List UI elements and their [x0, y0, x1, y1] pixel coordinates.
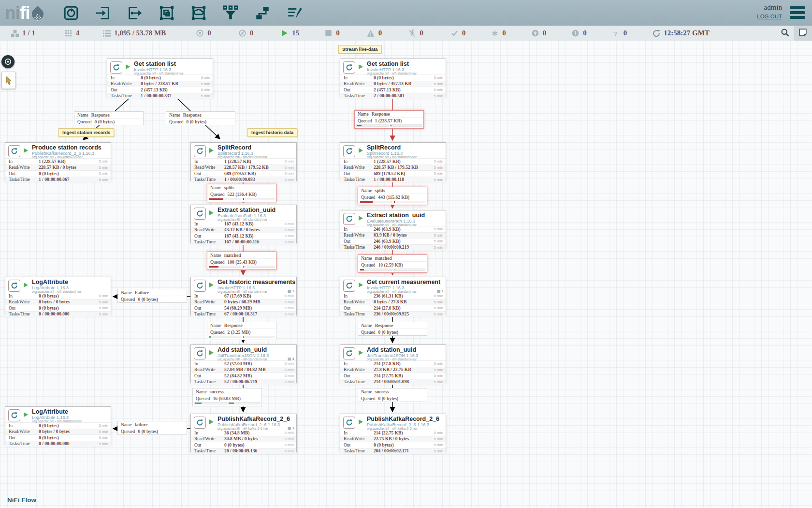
stat-label: Tasks/Time [191, 312, 224, 316]
stat-window: 5 min [92, 178, 111, 182]
stat-read-write: 228.57 KB / 179.52 KB [224, 165, 277, 170]
processor-extract-station-uuid-left[interactable]: Extract station_uuid EvaluateJsonPath 1.… [190, 205, 297, 243]
processor-get-current-measurement[interactable]: Get current measurement InvokeHTTP 1.16.… [340, 277, 446, 315]
stat-label: Tasks/Time [107, 93, 141, 98]
stat-label: Read/Write [340, 299, 374, 304]
processor-bundle: org.apache.nifi - nifi-standard-nar [32, 419, 82, 423]
connection-response-to-splitrecord-left[interactable]: NameResponse Queued0 (0 bytes) [166, 111, 235, 125]
processor-splitrecord-left[interactable]: SplitRecord SplitRecord 1.16.3 org.apach… [190, 142, 297, 181]
birdseye-toggle-button[interactable] [794, 26, 812, 41]
funnel-icon[interactable] [221, 4, 240, 22]
stale-icon [531, 29, 539, 37]
processor-type-icon [8, 280, 20, 292]
stat-label: Out [5, 171, 39, 176]
processor-add-station-uuid-right[interactable]: Add station_uuid JoltTransformJSON 1.16.… [340, 344, 446, 383]
connection-matched-right[interactable]: Namematched Queued10 (2.59 KB) [358, 254, 427, 273]
processor-get-station-list-left[interactable]: Get station list InvokeHTTP 1.16.3 org.a… [107, 59, 213, 97]
remote-process-group-icon[interactable] [189, 4, 208, 22]
processor-title: Extract station_uuid [218, 207, 276, 213]
search-button[interactable] [776, 26, 794, 41]
processor-logattribute-top[interactable]: LogAttribute LogAttribute 1.16.3 org.apa… [5, 277, 111, 315]
running-icon [280, 29, 289, 37]
stat-tasks-time: 0 / 00:00:00.000 [39, 441, 92, 446]
processor-title: Add station_uuid [218, 346, 267, 353]
connection-matched-left[interactable]: Namematched Queued100 (25.43 KB) [207, 252, 276, 270]
process-group-icon[interactable] [158, 4, 176, 22]
nifi-logo: nifi [5, 3, 44, 23]
processor-type-icon [343, 280, 355, 292]
status-queued: 1,095 / 53.78 MB [102, 29, 166, 37]
running-indicator-icon [24, 148, 28, 153]
search-icon [781, 28, 789, 39]
connection-response-to-produce[interactable]: NameResponse Queued0 (0 bytes) [74, 111, 144, 125]
processor-publishkafkarecord-right[interactable]: PublishKafkaRecord_2_6 PublishKafkaRecor… [340, 414, 446, 452]
processor-bundle: org.apache.nifi - nifi-kafka-2-6-nar [367, 427, 418, 430]
processor-logattribute-bottom[interactable]: LogAttribute LogAttribute 1.16.3 org.apa… [5, 406, 111, 445]
stat-window: 5 min [277, 449, 296, 453]
last-refreshed-time: 12:58:27 GMT [664, 29, 710, 37]
connection-response-to-splitrecord-right[interactable]: NameResponse Queued1 (228.57 KB) [354, 110, 424, 129]
stat-label: Out [191, 443, 224, 448]
connection-success-to-publishkafka-right[interactable]: Namesuccess Queued0 (0 bytes) [358, 388, 427, 402]
stat-label: In [191, 431, 224, 435]
processor-title: PublishKafkaRecord_2_6 [218, 416, 290, 422]
threads-grid-icon: ▦ [288, 426, 291, 430]
stat-window: 5 min [277, 234, 296, 238]
connection-response-to-add-station-uuid-left[interactable]: NameResponse Queued2 (3.25 MB) [207, 322, 276, 340]
processor-icon[interactable] [62, 4, 80, 22]
template-icon[interactable] [253, 4, 272, 22]
processor-get-historic-measurements[interactable]: Get historic measurements InvokeHTTP 1.1… [190, 277, 297, 315]
input-port-icon[interactable] [94, 4, 112, 22]
refresh-icon[interactable] [652, 29, 660, 37]
stat-in: 52 (57.04 MB) [224, 361, 277, 366]
status-stopped: 0 [324, 29, 340, 37]
stat-label: Read/Write [191, 299, 224, 304]
connection-failure-to-logattribute-top[interactable]: NameFailure Queued0 (0 bytes) [117, 289, 187, 303]
connection-splits-right[interactable]: Namesplits Queued443 (115.62 KB) [358, 187, 427, 205]
connection-response-to-add-station-uuid-right[interactable]: NameResponse Queued0 (0 bytes) [358, 322, 427, 336]
status-threads: 4 [64, 29, 80, 37]
output-port-icon[interactable] [126, 4, 144, 22]
global-menu-icon[interactable] [790, 6, 805, 19]
stat-window: 5 min [277, 380, 296, 384]
canvas-label-ingest-historic-data[interactable]: Ingest historic data [247, 128, 297, 137]
stat-label: Tasks/Time [340, 177, 374, 182]
stat-out: 689 (179.52 KB) [374, 171, 427, 176]
connection-failure-to-logattribute-bottom[interactable]: Namefailure Queued0 (0 bytes) [117, 421, 187, 435]
navigate-palette-toggle[interactable] [1, 55, 14, 68]
stat-in: 36 (34.8 MB) [224, 431, 277, 435]
stat-label: Out [191, 171, 224, 176]
stat-read-write: 228.57 KB / 179.52 KB [374, 165, 427, 170]
stat-window: 5 min [92, 430, 111, 434]
stat-window: 5 min [277, 159, 296, 164]
breadcrumb[interactable]: NiFi Flow [7, 496, 36, 504]
processor-splitrecord-right[interactable]: SplitRecord SplitRecord 1.16.3 org.apach… [340, 142, 446, 181]
stat-label: Read/Write [107, 81, 141, 86]
processor-publishkafkarecord-left[interactable]: PublishKafkaRecord_2_6 PublishKafkaRecor… [190, 414, 297, 452]
processor-produce-station-records[interactable]: Produce station records PublishKafkaReco… [5, 142, 111, 181]
processor-bundle: org.apache.nifi - nifi-standard-nar [367, 358, 417, 361]
processor-add-station-uuid-left[interactable]: Add station_uuid JoltTransformJSON 1.16.… [190, 344, 297, 383]
logout-link[interactable]: LOG OUT [757, 14, 782, 19]
canvas-label-stream-live-data[interactable]: Stream live-data [338, 45, 381, 54]
connection-splits-left[interactable]: Namesplits Queued522 (136.4 KB) [207, 184, 276, 202]
stat-in: 0 (0 bytes) [39, 423, 92, 428]
stat-window: 5 min [92, 300, 111, 304]
stat-label: In [340, 159, 374, 164]
processor-extract-station-uuid-right[interactable]: Extract station_uuid EvaluateJsonPath 1.… [340, 210, 446, 249]
label-icon[interactable] [285, 4, 304, 22]
operate-palette-toggle[interactable] [1, 72, 16, 89]
flow-canvas[interactable]: Stream live-data Ingest station records … [0, 41, 812, 508]
threads-grid-icon: ▦ [437, 289, 441, 293]
stat-label: Out [340, 374, 374, 378]
active-threads-badge: ▦1 [288, 357, 294, 361]
connection-success-to-publishkafka-left[interactable]: Namesuccess Queued16 (50.03 MB) [192, 388, 262, 406]
stat-label: Read/Write [340, 367, 374, 372]
processor-type-icon [8, 409, 20, 421]
processor-type-icon [343, 213, 355, 225]
canvas-label-ingest-station-records[interactable]: Ingest station records [58, 128, 114, 137]
processor-get-station-list-right[interactable]: Get station list InvokeHTTP 1.16.3 org.a… [340, 59, 446, 97]
stat-read-write: 0 bytes / 60.29 MB [224, 299, 277, 304]
stat-window: 5 min [427, 227, 446, 231]
processor-title: Add station_uuid [367, 346, 416, 353]
